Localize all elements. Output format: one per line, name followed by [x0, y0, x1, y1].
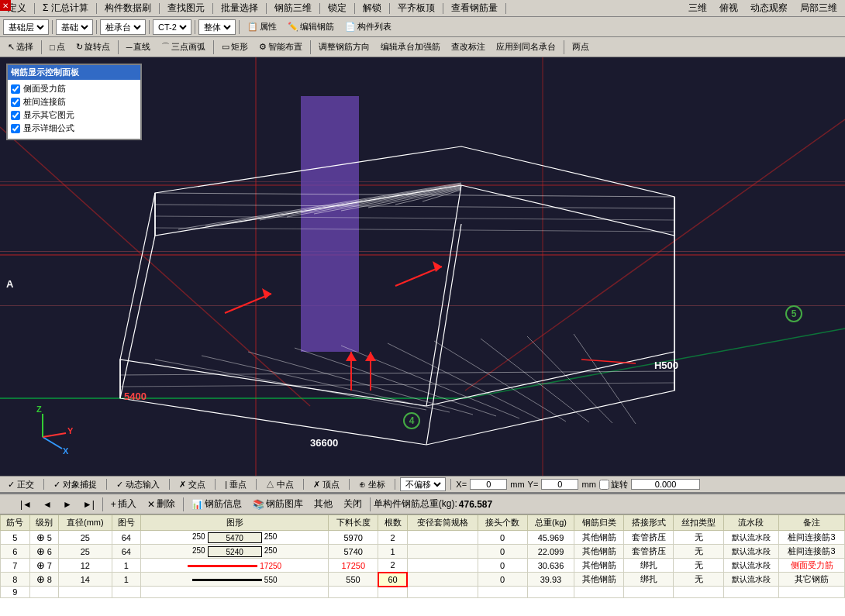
menu-local-3d[interactable]: 局部三维	[795, 1, 842, 15]
td-category	[574, 587, 624, 598]
td-level: ⊕ 5	[29, 531, 59, 545]
mid-point-btn[interactable]: △ 中点	[261, 477, 298, 492]
check-mark-btn[interactable]: 查改标注	[447, 39, 490, 56]
svg-rect-8	[301, 96, 359, 352]
view-select[interactable]: 整体	[201, 22, 233, 33]
td-diameter: 12	[59, 559, 112, 573]
ss5	[256, 479, 257, 490]
table-row[interactable]: 8 ⊕ 8 14 1 550 550 60 0 39.93 其他钢筋 绑扎 无 …	[1, 573, 845, 587]
dynamic-input-btn[interactable]: ✓ 动态输入	[112, 477, 164, 492]
td-taper	[407, 559, 478, 573]
perp-point-btn[interactable]: | 垂点	[220, 477, 251, 492]
th-note: 备注	[779, 515, 845, 531]
ss6	[303, 479, 304, 490]
menu-view-rebar[interactable]: 查看钢筋量	[447, 1, 502, 15]
cb-side-rebar-input[interactable]	[11, 84, 20, 94]
menu-batch-select[interactable]: 批量选择	[216, 1, 263, 15]
td-diameter: 25	[59, 531, 112, 545]
td-id: 9	[1, 587, 30, 598]
th-splice: 搭接形式	[624, 515, 674, 531]
line-btn[interactable]: ─ 直线	[122, 39, 156, 56]
tb2-sep2	[118, 40, 119, 54]
cb-detail-formula: 显示详细公式	[11, 122, 137, 134]
layer-dropdown[interactable]: 基础层	[3, 19, 49, 35]
menu-3d[interactable]: 三维	[684, 1, 712, 15]
coord-btn[interactable]: ⊕ 坐标	[354, 477, 390, 492]
offset-select[interactable]: 不偏移	[402, 479, 443, 490]
ortho-btn[interactable]: ✓ 正交	[3, 477, 39, 492]
vertex-btn[interactable]: ✗ 顶点	[309, 477, 344, 492]
td-shape-no	[112, 587, 141, 598]
nav-first-btn[interactable]: |◄	[16, 496, 36, 513]
component-list-btn[interactable]: 📄 构件列表	[340, 19, 396, 36]
type-select[interactable]: 基础	[58, 22, 91, 33]
rebar-lib-btn[interactable]: 📚 钢筋图库	[248, 496, 308, 513]
component-dropdown[interactable]: 桩承台	[100, 19, 146, 35]
dynamic-input-label: 动态输入	[126, 480, 160, 489]
view-dropdown[interactable]: 整体	[198, 19, 236, 35]
cb-detail-formula-input[interactable]	[11, 124, 20, 133]
nav-prev-btn[interactable]: ◄	[38, 496, 57, 513]
edit-pile-rebar-btn[interactable]: 编辑承台加强筋	[376, 39, 445, 56]
td-shape-no: 64	[112, 531, 141, 545]
select-btn[interactable]: ↖ 选择	[3, 39, 38, 56]
svg-line-20	[260, 185, 461, 220]
td-note: 侧面受力筋	[779, 559, 845, 573]
sep3	[159, 3, 160, 14]
menu-lock[interactable]: 锁定	[323, 1, 351, 15]
rebar-info-btn[interactable]: 📊 钢筋信息	[187, 496, 247, 513]
component-select[interactable]: 桩承台	[102, 22, 143, 33]
svg-marker-10	[155, 146, 674, 236]
sep7	[354, 3, 355, 14]
td-joints: 0	[478, 531, 527, 545]
cross-point-btn[interactable]: ✗ 交点	[174, 477, 210, 492]
menu-summary[interactable]: Σ 汇总计算	[38, 1, 93, 15]
insert-btn[interactable]: + 插入	[106, 496, 141, 513]
menu-top-view[interactable]: 俯视	[715, 1, 743, 15]
td-category: 其他钢筋	[574, 545, 624, 559]
close-table-btn[interactable]: 关闭	[339, 496, 367, 513]
layer-select[interactable]: 基础层	[5, 22, 47, 33]
menu-rebar-3d[interactable]: 钢筋三维	[270, 1, 316, 15]
rotate-point-label: 旋转点	[84, 41, 110, 53]
cb-other-elements-input[interactable]	[11, 111, 20, 120]
point-btn[interactable]: □ 点	[45, 39, 70, 56]
panel-close-btn[interactable]: ✕	[0, 0, 11, 11]
td-joints: 0	[478, 559, 527, 573]
nav-last-btn[interactable]: ►|	[78, 496, 99, 513]
table-row[interactable]: 9	[1, 587, 845, 598]
svg-line-27	[155, 193, 674, 197]
badge-4: 4	[403, 412, 420, 429]
viewport: X Y Z A 5400 36600 H500 4 5 钢筋显示控制面板 侧面受…	[0, 57, 845, 476]
rotate-point-btn[interactable]: ↻ 旋转点	[71, 39, 115, 56]
table-row[interactable]: 6 ⊕ 6 25 64 250 5240 250 5740 1 0 22.099…	[1, 545, 845, 559]
svg-line-56	[43, 437, 62, 449]
offset-dropdown[interactable]: 不偏移	[400, 477, 446, 491]
nav-next-btn[interactable]: ►	[58, 496, 77, 513]
delete-btn[interactable]: ✕ 删除	[143, 496, 180, 513]
apply-same-btn[interactable]: 应用到同名承台	[491, 39, 560, 56]
property-btn[interactable]: 📋 属性	[243, 19, 281, 36]
menu-dynamic-obs[interactable]: 动态观察	[746, 1, 792, 15]
vertex-label: 顶点	[322, 480, 340, 489]
menu-component-data[interactable]: 构件数据刷	[100, 1, 156, 15]
object-snap-btn[interactable]: ✓ 对象捕捉	[49, 477, 102, 492]
arc-btn[interactable]: ⌒ 三点画弧	[157, 39, 210, 56]
type-dropdown[interactable]: 基础	[56, 19, 93, 35]
rect-btn[interactable]: ▭ 矩形	[217, 39, 253, 56]
adjust-dir-btn[interactable]: 调整钢筋方向	[314, 39, 374, 56]
rotate-cb-input[interactable]	[599, 480, 609, 490]
count-cell-highlighted[interactable]: 60	[378, 573, 408, 587]
menu-align[interactable]: 平齐板顶	[393, 1, 440, 15]
table-row[interactable]: 5 ⊕ 5 25 64 250 5470 250 5970 2 0 45.969…	[1, 531, 845, 545]
edit-rebar-btn[interactable]: ✏️ 编辑钢筋	[283, 19, 339, 36]
smart-layout-btn[interactable]: ⚙ 智能布置	[254, 39, 307, 56]
two-point-btn[interactable]: 两点	[567, 39, 594, 56]
id-dropdown[interactable]: CT-2	[153, 19, 191, 35]
menu-unlock[interactable]: 解锁	[358, 1, 386, 15]
menu-find[interactable]: 查找图元	[163, 1, 209, 15]
id-select[interactable]: CT-2	[155, 22, 189, 33]
others-btn[interactable]: 其他	[309, 496, 337, 513]
table-row[interactable]: 7 ⊕ 7 12 1 17250 17250 2 0 30.636 其他钢筋 绑…	[1, 559, 845, 573]
cb-pile-rebar-input[interactable]	[11, 98, 20, 107]
